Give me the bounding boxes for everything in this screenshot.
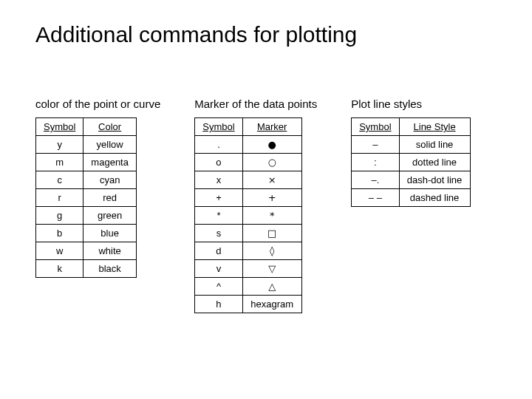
marker-column: Marker of the data points Symbol Marker … <box>194 98 317 313</box>
tables-row: color of the point or curve Symbol Color… <box>35 98 497 313</box>
color-column: color of the point or curve Symbol Color… <box>35 98 160 278</box>
color-caption: color of the point or curve <box>35 98 160 110</box>
marker-table: Symbol Marker .● o○ x× ++ ** s□ d◊ v▽ ^△… <box>194 117 301 313</box>
table-row: –.dash-dot line <box>352 171 470 189</box>
table-row: –solid line <box>352 136 470 154</box>
line-caption: Plot line styles <box>351 98 470 110</box>
table-row: – –dashed line <box>352 189 470 207</box>
col-header: Marker <box>242 118 301 136</box>
table-header-row: Symbol Color <box>36 118 137 136</box>
table-row: x× <box>195 171 301 189</box>
table-row: mmagenta <box>36 154 137 171</box>
table-row: ^△ <box>195 278 301 296</box>
col-header: Symbol <box>195 118 242 136</box>
table-row: ggreen <box>36 207 137 225</box>
table-row: wwhite <box>36 242 137 260</box>
table-row: o○ <box>195 154 301 171</box>
table-header-row: Symbol Marker <box>195 118 301 136</box>
table-row: ++ <box>195 189 301 207</box>
slide: Additional commands for plotting color o… <box>0 0 532 399</box>
color-table: Symbol Color yyellow mmagenta ccyan rred… <box>35 117 137 278</box>
table-row: kblack <box>36 260 137 278</box>
col-header: Color <box>83 118 137 136</box>
line-column: Plot line styles Symbol Line Style –soli… <box>351 98 470 207</box>
table-row: rred <box>36 189 137 207</box>
table-row: v▽ <box>195 260 301 278</box>
table-row: bblue <box>36 225 137 242</box>
table-header-row: Symbol Line Style <box>352 118 470 136</box>
table-row: ** <box>195 207 301 225</box>
table-row: :dotted line <box>352 154 470 171</box>
table-row: ccyan <box>36 171 137 189</box>
table-row: s□ <box>195 225 301 242</box>
col-header: Line Style <box>399 118 470 136</box>
col-header: Symbol <box>352 118 399 136</box>
table-row: yyellow <box>36 136 137 154</box>
table-row: hhexagram <box>195 296 301 313</box>
line-table: Symbol Line Style –solid line :dotted li… <box>351 117 470 207</box>
col-header: Symbol <box>36 118 83 136</box>
table-row: d◊ <box>195 242 301 260</box>
table-row: .● <box>195 136 301 154</box>
marker-caption: Marker of the data points <box>194 98 317 110</box>
page-title: Additional commands for plotting <box>35 22 497 47</box>
